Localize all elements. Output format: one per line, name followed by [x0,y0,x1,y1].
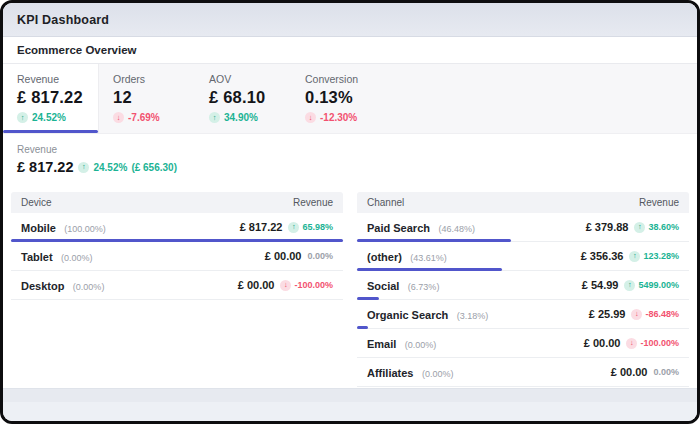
kpi-delta: ↓ -12.30% [305,112,387,123]
table-row-affiliates: Affiliates (0.00%) £ 00.00 0.00% [357,358,689,387]
channel-table: Channel Revenue Paid Search (46.48%) £ 3… [357,192,689,387]
trend-down-icon: ↓ [113,112,124,123]
row-name: Mobile [21,222,56,234]
detail-delta: ↑ 24.52% (£ 656.30) [78,162,177,173]
detail-value: £ 817.22 [17,159,73,175]
row-share: (46.48%) [438,224,475,234]
table-row-mobile: Mobile (100.00%) £ 817.22 ↑ 65.98% [11,213,343,242]
row-value: £ 25.99 [589,308,626,320]
kpi-value: £ 68.10 [209,88,291,107]
table-row-desktop: Desktop (0.00%) £ 00.00 ↓ -100.00% [11,271,343,300]
kpi-label: Revenue [17,73,98,85]
row-value-group: £ 54.99 ↑ 5499.00% [582,279,679,291]
kpi-delta: ↑ 34.90% [209,112,291,123]
trend-badge: 0.00% [653,367,679,377]
row-value-group: £ 25.99 ↓ -86.48% [589,308,679,320]
table-row-paid-search: Paid Search (46.48%) £ 379.88 ↑ 38.60% [357,213,689,242]
detail-previous-value: (£ 656.30) [131,162,177,173]
row-value: £ 379.88 [586,221,629,233]
table-row-other: (other) (43.61%) £ 356.36 ↑ 123.28% [357,242,689,271]
row-value: £ 817.22 [240,221,283,233]
row-value-group: £ 00.00 0.00% [265,250,333,262]
share-progress-bar [357,326,368,329]
kpi-label: Conversion [305,73,387,85]
trend-up-icon: ↑ [209,112,220,123]
row-share: (0.00%) [61,253,93,263]
footer-band-bottom [3,402,697,421]
dimension-column-header: Channel [367,197,404,208]
row-name: Tablet [21,251,53,263]
row-name: Paid Search [367,222,430,234]
section-title: Ecommerce Overview [17,44,137,56]
row-name: Email [367,338,396,350]
device-table: Device Revenue Mobile (100.00%) £ 817.22… [11,192,343,300]
kpi-delta-value: 24.52% [32,112,66,123]
kpi-tab-strip: Revenue £ 817.22 ↑ 24.52% Orders 12 ↓ -7… [3,64,697,134]
row-value-group: £ 00.00 ↓ -100.00% [238,279,333,291]
channel-table-header: Channel Revenue [357,192,689,213]
row-share: (100.00%) [64,224,106,234]
row-name: (other) [367,251,402,263]
row-delta: 5499.00% [638,280,679,290]
trend-badge: ↓ -100.00% [280,280,333,291]
trend-up-icon: ↑ [624,280,635,291]
row-value-group: £ 379.88 ↑ 38.60% [586,221,679,233]
row-share: (0.00%) [73,282,105,292]
row-share: (43.61%) [410,253,447,263]
row-value-group: £ 00.00 ↓ -100.00% [584,337,679,349]
row-name: Organic Search [367,309,448,321]
trend-up-icon: ↑ [78,162,89,173]
app-window: KPI Dashboard Ecommerce Overview Revenue… [0,0,700,424]
device-table-header: Device Revenue [11,192,343,213]
kpi-delta-value: 34.90% [224,112,258,123]
kpi-tab-revenue[interactable]: Revenue £ 817.22 ↑ 24.52% [3,64,99,133]
trend-badge: ↓ -86.48% [631,309,679,320]
trend-badge: ↑ 65.98% [288,222,333,233]
trend-up-icon: ↑ [634,222,645,233]
row-value-group: £ 00.00 0.00% [611,366,679,378]
trend-up-icon: ↑ [629,251,640,262]
row-value: £ 54.99 [582,279,619,291]
row-name: Desktop [21,280,64,292]
table-row-social: Social (6.73%) £ 54.99 ↑ 5499.00% [357,271,689,300]
row-label: Organic Search (3.18%) [367,305,488,323]
dimension-column-header: Device [21,197,52,208]
row-share: (0.00%) [405,340,437,350]
row-delta: -86.48% [645,309,679,319]
value-column-header: Revenue [639,197,679,208]
row-value: £ 00.00 [238,279,275,291]
table-row-organic-search: Organic Search (3.18%) £ 25.99 ↓ -86.48% [357,300,689,329]
breakdown-tables: Device Revenue Mobile (100.00%) £ 817.22… [3,188,697,387]
trend-badge: ↑ 123.28% [629,251,679,262]
row-delta: 65.98% [302,222,333,232]
row-label: Paid Search (46.48%) [367,218,475,236]
row-label: (other) (43.61%) [367,247,447,265]
share-progress-bar [357,239,511,242]
active-tab-indicator [3,130,98,133]
window-footer [3,388,697,421]
trend-up-icon: ↑ [17,112,28,123]
row-name: Social [367,280,399,292]
row-label: Tablet (0.00%) [21,247,93,265]
detail-label: Revenue [17,144,683,155]
value-column-header: Revenue [293,197,333,208]
row-share: (0.00%) [422,369,454,379]
trend-badge: ↑ 5499.00% [624,280,679,291]
row-share: (3.18%) [457,311,489,321]
kpi-tab-aov[interactable]: AOV £ 68.10 ↑ 34.90% [195,64,291,133]
kpi-delta: ↑ 24.52% [17,112,98,123]
kpi-delta: ↓ -7.69% [113,112,195,123]
row-delta: 0.00% [653,367,679,377]
row-delta: -100.00% [294,280,333,290]
kpi-value: 12 [113,88,195,107]
window-titlebar: KPI Dashboard [3,3,697,37]
trend-badge: ↑ 38.60% [634,222,679,233]
row-label: Affiliates (0.00%) [367,363,453,381]
row-delta: 0.00% [307,251,333,261]
detail-delta-value: 24.52% [93,162,127,173]
kpi-detail: Revenue £ 817.22 ↑ 24.52% (£ 656.30) [3,134,697,188]
kpi-tab-orders[interactable]: Orders 12 ↓ -7.69% [99,64,195,133]
kpi-tab-conversion[interactable]: Conversion 0.13% ↓ -12.30% [291,64,387,133]
trend-down-icon: ↓ [631,309,642,320]
table-row-email: Email (0.00%) £ 00.00 ↓ -100.00% [357,329,689,358]
